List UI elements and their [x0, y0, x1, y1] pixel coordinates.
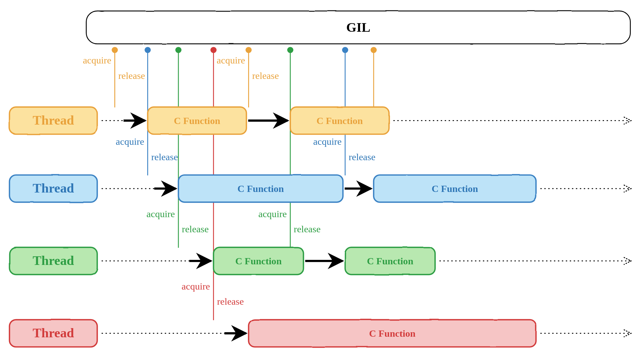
thread-label: Thread: [33, 325, 74, 340]
c-function-label: C Function: [237, 184, 284, 194]
thread-label: Thread: [33, 181, 74, 195]
gil-dot: [112, 47, 118, 53]
release-label: release: [182, 224, 209, 235]
acquire-label: acquire: [182, 281, 210, 292]
acquire-label: acquire: [313, 136, 342, 147]
release-label: release: [252, 70, 279, 81]
c-function-label: C Function: [174, 115, 220, 126]
gil-dot: [175, 47, 182, 53]
release-label: release: [217, 296, 244, 307]
release-label: release: [294, 224, 321, 235]
gil-dot: [245, 47, 252, 53]
gil-thread-diagram: GILThreadC FunctionC Functionacquirerele…: [0, 0, 642, 364]
c-function-label: C Function: [369, 328, 416, 339]
gil-dot: [371, 47, 377, 53]
release-label: release: [118, 70, 145, 81]
c-function-label: C Function: [316, 115, 363, 126]
gil-dot: [210, 47, 217, 53]
acquire-label: acquire: [259, 209, 287, 219]
gil-dot: [145, 47, 151, 53]
c-function-label: C Function: [432, 184, 478, 194]
acquire-label: acquire: [147, 209, 175, 219]
release-label: release: [349, 152, 375, 162]
thread-label: Thread: [33, 113, 74, 128]
acquire-label: acquire: [217, 55, 245, 66]
gil-title: GIL: [346, 20, 370, 35]
c-function-label: C Function: [367, 256, 413, 266]
thread-label: Thread: [33, 253, 74, 268]
acquire-label: acquire: [116, 136, 144, 147]
release-label: release: [151, 152, 178, 162]
gil-dot: [342, 47, 348, 53]
acquire-label: acquire: [83, 55, 111, 66]
c-function-label: C Function: [235, 256, 282, 266]
gil-dot: [287, 47, 294, 53]
